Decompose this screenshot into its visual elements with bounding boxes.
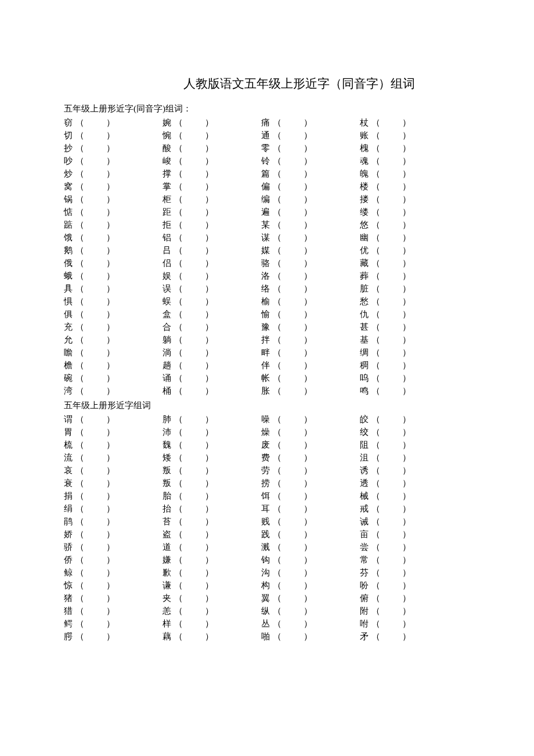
char-cell: 畔（） bbox=[261, 347, 360, 358]
char-row: 吵（）峻（）铃（）魂（） bbox=[64, 154, 499, 167]
paren-close: ） bbox=[402, 631, 411, 642]
character: 绢 bbox=[64, 503, 74, 514]
paren-open: （ bbox=[174, 478, 183, 489]
paren-open: （ bbox=[371, 580, 380, 591]
char-cell: 檐（） bbox=[64, 360, 163, 371]
character: 沛 bbox=[163, 427, 173, 438]
character: 丛 bbox=[261, 618, 272, 629]
paren-close: ） bbox=[106, 309, 115, 320]
paren-open: （ bbox=[371, 258, 380, 269]
paren-close: ） bbox=[304, 207, 312, 218]
char-cell: 婉（） bbox=[163, 117, 261, 128]
paren-open: （ bbox=[371, 593, 380, 604]
paren-close: ） bbox=[205, 465, 214, 476]
paren-open: （ bbox=[273, 156, 282, 167]
paren-open: （ bbox=[174, 593, 183, 604]
char-row: 锅（）柜（）编（）搂（） bbox=[64, 193, 499, 206]
character: 吵 bbox=[64, 156, 74, 167]
paren-open: （ bbox=[174, 567, 183, 578]
char-cell: 绞（） bbox=[360, 427, 459, 438]
character: 偏 bbox=[261, 181, 272, 192]
character: 娇 bbox=[64, 529, 74, 540]
paren-open: （ bbox=[273, 606, 282, 617]
paren-close: ） bbox=[402, 593, 411, 604]
paren-open: （ bbox=[75, 258, 84, 269]
paren-open: （ bbox=[75, 232, 84, 243]
character: 楼 bbox=[360, 181, 370, 192]
paren-open: （ bbox=[174, 117, 183, 128]
char-cell: 诫（） bbox=[360, 516, 459, 527]
paren-close: ） bbox=[205, 427, 214, 438]
paren-close: ） bbox=[304, 322, 312, 333]
paren-open: （ bbox=[75, 283, 84, 294]
paren-open: （ bbox=[75, 618, 84, 629]
paren-open: （ bbox=[371, 631, 380, 642]
char-cell: 践（） bbox=[261, 529, 360, 540]
char-cell: 络（） bbox=[261, 283, 360, 294]
paren-close: ） bbox=[106, 283, 115, 294]
char-row: 猎（）恙（）纵（）附（） bbox=[64, 604, 499, 617]
paren-close: ） bbox=[304, 283, 312, 294]
paren-open: （ bbox=[273, 555, 282, 566]
char-cell: 湾（） bbox=[64, 386, 163, 397]
paren-close: ） bbox=[402, 606, 411, 617]
paren-open: （ bbox=[75, 580, 84, 591]
paren-open: （ bbox=[273, 258, 282, 269]
paren-close: ） bbox=[106, 245, 115, 256]
paren-close: ） bbox=[402, 322, 411, 333]
paren-open: （ bbox=[273, 414, 282, 425]
character: 捐 bbox=[64, 491, 74, 502]
paren-close: ） bbox=[304, 529, 312, 540]
character: 诫 bbox=[360, 516, 370, 527]
char-cell: 戒（） bbox=[360, 503, 459, 514]
char-cell: 耳（） bbox=[261, 503, 360, 514]
paren-close: ） bbox=[205, 529, 214, 540]
paren-open: （ bbox=[174, 580, 183, 591]
paren-open: （ bbox=[371, 194, 380, 205]
paren-open: （ bbox=[75, 219, 84, 231]
paren-open: （ bbox=[174, 529, 183, 540]
character: 稠 bbox=[360, 360, 370, 371]
char-cell: 沟（） bbox=[261, 567, 360, 578]
paren-open: （ bbox=[273, 283, 282, 294]
character: 骄 bbox=[64, 542, 74, 553]
document-page: 人教版语文五年级上形近字（同音字）组词 五年级上册形近字(同音字)组词： 窃（）… bbox=[0, 0, 534, 678]
character: 躺 bbox=[163, 334, 173, 345]
character: 诵 bbox=[163, 373, 173, 384]
char-cell: 捞（） bbox=[261, 478, 360, 489]
character: 桶 bbox=[163, 386, 173, 397]
paren-open: （ bbox=[273, 373, 282, 384]
character: 费 bbox=[261, 452, 272, 463]
character: 衰 bbox=[64, 478, 74, 489]
char-row: 哀（）叛（）劳（）诱（） bbox=[64, 464, 499, 477]
paren-close: ） bbox=[402, 258, 411, 269]
paren-open: （ bbox=[371, 618, 380, 629]
paren-open: （ bbox=[174, 360, 183, 371]
character: 饿 bbox=[64, 232, 74, 243]
paren-close: ） bbox=[205, 360, 214, 371]
char-cell: 某（） bbox=[261, 219, 360, 231]
char-cell: 矮（） bbox=[163, 452, 261, 463]
char-cell: 仇（） bbox=[360, 309, 459, 320]
paren-close: ） bbox=[106, 516, 115, 527]
char-cell: 衰（） bbox=[64, 478, 163, 489]
paren-close: ） bbox=[106, 271, 115, 282]
char-cell: 肺（） bbox=[163, 414, 261, 425]
character: 藕 bbox=[163, 631, 173, 642]
paren-close: ） bbox=[106, 258, 115, 269]
paren-close: ） bbox=[205, 631, 214, 642]
paren-open: （ bbox=[174, 232, 183, 243]
character: 藏 bbox=[360, 258, 370, 269]
paren-open: （ bbox=[174, 258, 183, 269]
paren-open: （ bbox=[273, 452, 282, 463]
paren-open: （ bbox=[174, 465, 183, 476]
paren-open: （ bbox=[273, 271, 282, 282]
char-cell: 豫（） bbox=[261, 322, 360, 333]
char-row: 惦（）距（）遍（）缕（） bbox=[64, 206, 499, 218]
paren-close: ） bbox=[205, 156, 214, 167]
paren-close: ） bbox=[205, 181, 214, 192]
char-row: 湾（）桶（）胀（）鸣（） bbox=[64, 384, 499, 397]
character: 废 bbox=[261, 440, 272, 451]
character: 葬 bbox=[360, 271, 370, 282]
char-row: 鹃（）苔（）贱（）诫（） bbox=[64, 515, 499, 528]
